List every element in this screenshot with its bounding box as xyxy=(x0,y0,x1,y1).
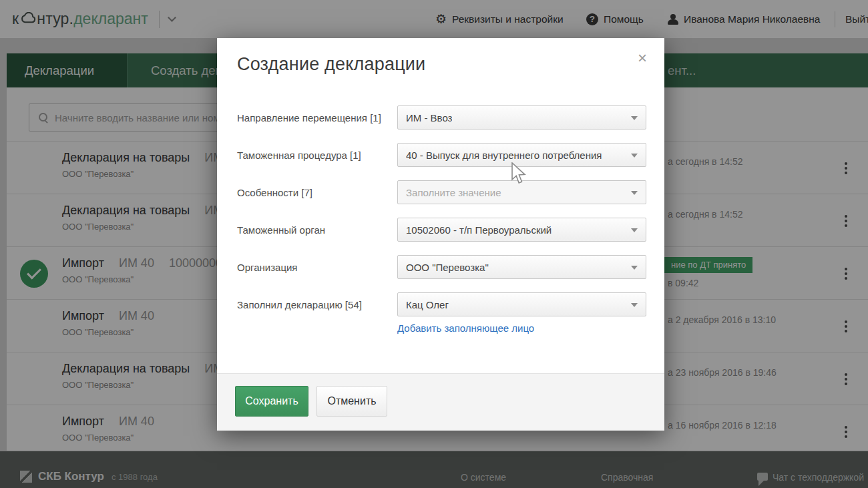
modal-title: Создание декларации xyxy=(237,54,425,75)
create-declaration-modal: Создание декларации × Направление переме… xyxy=(217,38,664,431)
features-select[interactable]: Заполните значение xyxy=(397,180,646,204)
field-filled-by: Заполнил декларацию [54] Кац Олег xyxy=(237,292,644,316)
save-button[interactable]: Сохранить xyxy=(235,386,308,417)
modal-footer: Сохранить Отменить xyxy=(217,373,664,431)
customs-procedure-select[interactable]: 40 - Выпуск для внутреннего потребления xyxy=(397,143,646,167)
direction-select[interactable]: ИМ - Ввоз xyxy=(397,105,646,130)
field-filled-by-label: Заполнил декларацию [54] xyxy=(237,292,394,316)
field-organization-label: Организация xyxy=(237,255,394,279)
field-customs-office: Таможенный орган 10502060 - т/п Первоура… xyxy=(237,218,644,242)
field-organization: Организация ООО "Перевозка" xyxy=(237,255,644,279)
customs-procedure-value: 40 - Выпуск для внутреннего потребления xyxy=(406,150,602,161)
field-features-label: Особенности [7] xyxy=(237,180,394,204)
add-filler-link[interactable]: Добавить заполняющее лицо xyxy=(397,322,534,334)
field-customs-procedure: Таможенная процедура [1] 40 - Выпуск для… xyxy=(237,143,644,167)
filled-by-value: Кац Олег xyxy=(406,299,449,310)
organization-value: ООО "Перевозка" xyxy=(406,262,489,273)
cancel-button[interactable]: Отменить xyxy=(316,386,387,417)
caret-down-icon xyxy=(631,154,638,158)
caret-down-icon xyxy=(631,228,638,232)
field-customs-procedure-label: Таможенная процедура [1] xyxy=(237,143,394,167)
caret-down-icon xyxy=(631,266,638,270)
close-icon[interactable]: × xyxy=(638,50,647,66)
features-placeholder: Заполните значение xyxy=(406,187,501,198)
field-direction: Направление перемещения [1] ИМ - Ввоз xyxy=(237,105,644,130)
caret-down-icon xyxy=(631,116,638,120)
field-customs-office-label: Таможенный орган xyxy=(237,218,394,242)
filled-by-select[interactable]: Кац Олег xyxy=(397,292,646,316)
organization-select[interactable]: ООО "Перевозка" xyxy=(397,255,646,279)
caret-down-icon xyxy=(631,303,638,307)
customs-office-value: 10502060 - т/п Первоуральский xyxy=(406,224,552,236)
app-window: к нтур. декларант ⚙ Реквизиты и настройк… xyxy=(0,0,868,488)
field-direction-label: Направление перемещения [1] xyxy=(237,105,394,130)
customs-office-select[interactable]: 10502060 - т/п Первоуральский xyxy=(397,218,646,242)
caret-down-icon xyxy=(631,191,638,195)
direction-value: ИМ - Ввоз xyxy=(406,112,452,124)
field-features: Особенности [7] Заполните значение xyxy=(237,180,644,204)
